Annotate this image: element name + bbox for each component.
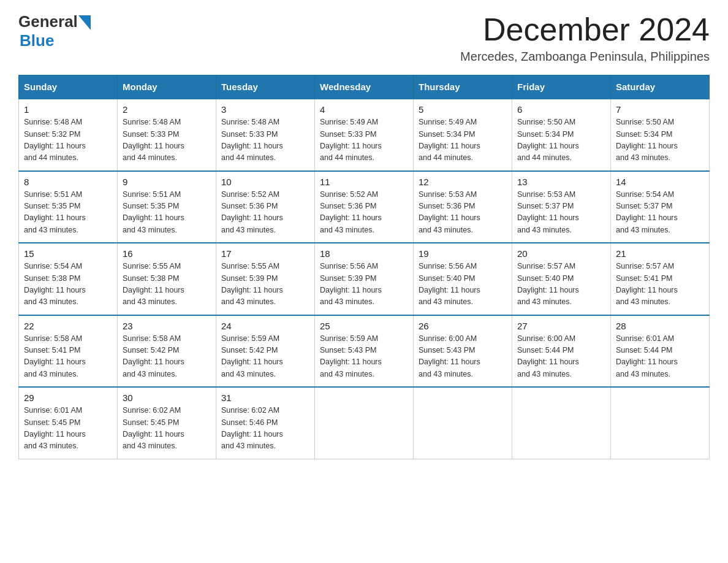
day-info: Sunrise: 5:49 AM Sunset: 5:33 PM Dayligh… — [320, 117, 408, 164]
calendar-cell: 3 Sunrise: 5:48 AM Sunset: 5:33 PM Dayli… — [216, 99, 315, 171]
calendar-cell: 10 Sunrise: 5:52 AM Sunset: 5:36 PM Dayl… — [216, 171, 315, 243]
calendar-cell: 7 Sunrise: 5:50 AM Sunset: 5:34 PM Dayli… — [611, 99, 710, 171]
day-info: Sunrise: 5:59 AM Sunset: 5:43 PM Dayligh… — [320, 333, 408, 381]
day-number: 22 — [24, 321, 112, 331]
day-number: 14 — [616, 177, 704, 187]
day-info: Sunrise: 5:57 AM Sunset: 5:41 PM Dayligh… — [616, 261, 704, 308]
calendar-cell — [414, 387, 512, 459]
calendar-cell: 23 Sunrise: 5:58 AM Sunset: 5:42 PM Dayl… — [118, 315, 216, 388]
day-number: 13 — [517, 177, 605, 187]
day-info: Sunrise: 6:02 AM Sunset: 5:46 PM Dayligh… — [221, 405, 309, 453]
logo-blue-text: Blue — [20, 31, 54, 50]
calendar-cell: 30 Sunrise: 6:02 AM Sunset: 5:45 PM Dayl… — [118, 387, 216, 459]
title-area: December 2024 Mercedes, Zamboanga Penins… — [460, 12, 710, 64]
day-info: Sunrise: 5:51 AM Sunset: 5:35 PM Dayligh… — [123, 189, 211, 237]
day-info: Sunrise: 6:02 AM Sunset: 5:45 PM Dayligh… — [123, 405, 211, 453]
day-number: 6 — [517, 104, 605, 115]
calendar-week-row: 15 Sunrise: 5:54 AM Sunset: 5:38 PM Dayl… — [19, 243, 710, 315]
calendar-cell: 16 Sunrise: 5:55 AM Sunset: 5:38 PM Dayl… — [118, 243, 216, 315]
calendar-cell: 5 Sunrise: 5:49 AM Sunset: 5:34 PM Dayli… — [414, 99, 512, 171]
calendar-week-row: 1 Sunrise: 5:48 AM Sunset: 5:32 PM Dayli… — [19, 99, 710, 171]
day-number: 11 — [320, 177, 408, 187]
day-number: 21 — [616, 248, 704, 259]
day-info: Sunrise: 5:48 AM Sunset: 5:33 PM Dayligh… — [123, 117, 211, 164]
calendar-cell: 20 Sunrise: 5:57 AM Sunset: 5:40 PM Dayl… — [512, 243, 611, 315]
calendar-cell — [611, 387, 710, 459]
logo-triangle-icon — [78, 15, 91, 30]
calendar-cell: 4 Sunrise: 5:49 AM Sunset: 5:33 PM Dayli… — [315, 99, 414, 171]
day-info: Sunrise: 5:57 AM Sunset: 5:40 PM Dayligh… — [517, 261, 605, 308]
day-number: 23 — [123, 321, 211, 331]
day-number: 1 — [24, 104, 112, 115]
location-title: Mercedes, Zamboanga Peninsula, Philippin… — [460, 50, 710, 64]
day-number: 29 — [24, 393, 112, 403]
day-info: Sunrise: 6:00 AM Sunset: 5:44 PM Dayligh… — [517, 333, 605, 381]
logo: General Blue — [18, 12, 91, 50]
day-number: 2 — [123, 104, 211, 115]
day-info: Sunrise: 5:52 AM Sunset: 5:36 PM Dayligh… — [320, 189, 408, 237]
calendar-cell: 29 Sunrise: 6:01 AM Sunset: 5:45 PM Dayl… — [19, 387, 118, 459]
calendar-week-row: 8 Sunrise: 5:51 AM Sunset: 5:35 PM Dayli… — [19, 171, 710, 243]
calendar-cell — [315, 387, 414, 459]
weekday-header-thursday: Thursday — [414, 75, 512, 99]
weekday-header-monday: Monday — [118, 75, 216, 99]
svg-marker-0 — [78, 15, 91, 30]
day-number: 18 — [320, 248, 408, 259]
day-info: Sunrise: 5:50 AM Sunset: 5:34 PM Dayligh… — [616, 117, 704, 164]
day-info: Sunrise: 5:49 AM Sunset: 5:34 PM Dayligh… — [419, 117, 507, 164]
day-number: 5 — [419, 104, 507, 115]
calendar-cell: 14 Sunrise: 5:54 AM Sunset: 5:37 PM Dayl… — [611, 171, 710, 243]
day-number: 19 — [419, 248, 507, 259]
day-info: Sunrise: 5:58 AM Sunset: 5:41 PM Dayligh… — [24, 333, 112, 381]
day-info: Sunrise: 6:00 AM Sunset: 5:43 PM Dayligh… — [419, 333, 507, 381]
calendar-cell: 15 Sunrise: 5:54 AM Sunset: 5:38 PM Dayl… — [19, 243, 118, 315]
day-number: 24 — [221, 321, 309, 331]
day-number: 17 — [221, 248, 309, 259]
day-number: 4 — [320, 104, 408, 115]
weekday-header-sunday: Sunday — [19, 75, 118, 99]
day-info: Sunrise: 5:52 AM Sunset: 5:36 PM Dayligh… — [221, 189, 309, 237]
day-info: Sunrise: 5:48 AM Sunset: 5:32 PM Dayligh… — [24, 117, 112, 164]
day-info: Sunrise: 6:01 AM Sunset: 5:45 PM Dayligh… — [24, 405, 112, 453]
page-header: General Blue December 2024 Mercedes, Zam… — [18, 12, 710, 64]
day-info: Sunrise: 5:48 AM Sunset: 5:33 PM Dayligh… — [221, 117, 309, 164]
weekday-header-saturday: Saturday — [611, 75, 710, 99]
calendar-week-row: 29 Sunrise: 6:01 AM Sunset: 5:45 PM Dayl… — [19, 387, 710, 459]
day-info: Sunrise: 5:54 AM Sunset: 5:38 PM Dayligh… — [24, 261, 112, 308]
day-info: Sunrise: 5:51 AM Sunset: 5:35 PM Dayligh… — [24, 189, 112, 237]
day-info: Sunrise: 5:55 AM Sunset: 5:38 PM Dayligh… — [123, 261, 211, 308]
day-number: 30 — [123, 393, 211, 403]
day-number: 7 — [616, 104, 704, 115]
day-info: Sunrise: 5:50 AM Sunset: 5:34 PM Dayligh… — [517, 117, 605, 164]
calendar-table: SundayMondayTuesdayWednesdayThursdayFrid… — [18, 75, 710, 459]
calendar-cell: 1 Sunrise: 5:48 AM Sunset: 5:32 PM Dayli… — [19, 99, 118, 171]
calendar-cell: 11 Sunrise: 5:52 AM Sunset: 5:36 PM Dayl… — [315, 171, 414, 243]
calendar-cell: 28 Sunrise: 6:01 AM Sunset: 5:44 PM Dayl… — [611, 315, 710, 388]
day-info: Sunrise: 5:59 AM Sunset: 5:42 PM Dayligh… — [221, 333, 309, 381]
day-number: 26 — [419, 321, 507, 331]
day-number: 16 — [123, 248, 211, 259]
calendar-cell: 13 Sunrise: 5:53 AM Sunset: 5:37 PM Dayl… — [512, 171, 611, 243]
calendar-cell: 31 Sunrise: 6:02 AM Sunset: 5:46 PM Dayl… — [216, 387, 315, 459]
day-info: Sunrise: 6:01 AM Sunset: 5:44 PM Dayligh… — [616, 333, 704, 381]
calendar-cell: 18 Sunrise: 5:56 AM Sunset: 5:39 PM Dayl… — [315, 243, 414, 315]
weekday-header-row: SundayMondayTuesdayWednesdayThursdayFrid… — [19, 75, 710, 99]
weekday-header-friday: Friday — [512, 75, 611, 99]
day-number: 8 — [24, 177, 112, 187]
logo-general-text: General — [18, 12, 78, 31]
day-number: 3 — [221, 104, 309, 115]
weekday-header-tuesday: Tuesday — [216, 75, 315, 99]
calendar-cell: 8 Sunrise: 5:51 AM Sunset: 5:35 PM Dayli… — [19, 171, 118, 243]
day-info: Sunrise: 5:55 AM Sunset: 5:39 PM Dayligh… — [221, 261, 309, 308]
day-info: Sunrise: 5:54 AM Sunset: 5:37 PM Dayligh… — [616, 189, 704, 237]
day-info: Sunrise: 5:56 AM Sunset: 5:39 PM Dayligh… — [320, 261, 408, 308]
calendar-cell: 21 Sunrise: 5:57 AM Sunset: 5:41 PM Dayl… — [611, 243, 710, 315]
calendar-cell: 24 Sunrise: 5:59 AM Sunset: 5:42 PM Dayl… — [216, 315, 315, 388]
calendar-cell: 27 Sunrise: 6:00 AM Sunset: 5:44 PM Dayl… — [512, 315, 611, 388]
calendar-cell: 19 Sunrise: 5:56 AM Sunset: 5:40 PM Dayl… — [414, 243, 512, 315]
day-number: 31 — [221, 393, 309, 403]
day-number: 10 — [221, 177, 309, 187]
day-number: 12 — [419, 177, 507, 187]
calendar-cell: 6 Sunrise: 5:50 AM Sunset: 5:34 PM Dayli… — [512, 99, 611, 171]
calendar-cell: 12 Sunrise: 5:53 AM Sunset: 5:36 PM Dayl… — [414, 171, 512, 243]
